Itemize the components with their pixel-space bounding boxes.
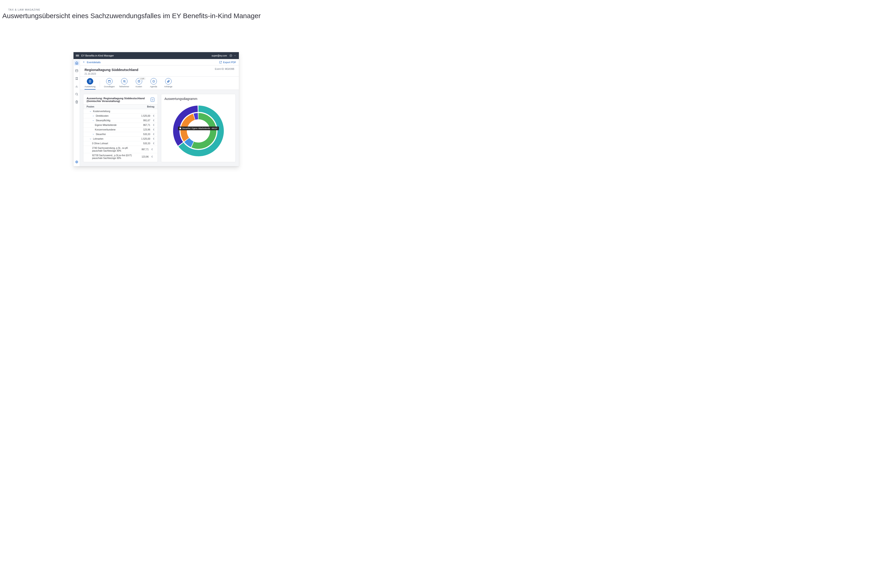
settings-icon[interactable]	[229, 54, 232, 57]
app-topbar: EY Benefits-in-Kind Manager super@ey.com	[74, 52, 239, 59]
table-row[interactable]: Direktkosten 1.525,00€	[83, 114, 158, 118]
svg-point-28	[124, 81, 125, 81]
table-row: Eigene Mitarbeitende 867,71€	[83, 123, 158, 128]
table-row: 2740 Sachzuwendung, p.St., sv-pfl. pausc…	[83, 146, 158, 153]
user-email: super@ey.com	[212, 54, 227, 57]
tab-agenda[interactable]: Agenda	[148, 78, 159, 90]
event-date: 21.10.2023	[84, 73, 138, 75]
tab-label: Kosten	[136, 86, 142, 88]
export-pdf-label: Export PDF	[223, 61, 236, 64]
table-row[interactable]: Steuerpflichtig 991,67€	[83, 118, 158, 123]
donut-inner-ring	[172, 105, 225, 158]
expand-all-button[interactable]	[151, 98, 154, 102]
svg-line-16	[77, 95, 78, 96]
tab-anhaenge[interactable]: Anhänge	[163, 78, 174, 90]
article-title: Auswertungsübersicht eines Sachzuwendung…	[2, 12, 261, 20]
svg-point-6	[76, 79, 76, 80]
table-header: Posten Betrag	[83, 104, 158, 109]
tab-label: Auswertung	[84, 86, 96, 88]
tab-teilnehmer[interactable]: Teilnehmer	[119, 78, 129, 90]
col-betrag: Betrag	[138, 105, 154, 108]
svg-point-4	[76, 77, 76, 78]
export-pdf-button[interactable]: Export PDF	[219, 61, 236, 64]
col-posten: Posten	[87, 105, 138, 108]
evaluation-chart-panel: Auswertungsdiagramm Steuerfrei: Eigene M…	[161, 94, 236, 162]
table-row: 92730 Sachzuwend., p.St,sv-frei (EXT) pa…	[83, 153, 158, 160]
nav-sidebar	[74, 59, 80, 166]
chart-title: Auswertungsdiagramm	[165, 97, 232, 100]
app-screenshot: EY Benefits-in-Kind Manager super@ey.com	[74, 52, 239, 166]
svg-text:$: $	[138, 80, 140, 82]
tab-label: Teilnehmer	[119, 86, 129, 88]
user-menu-chevron-icon[interactable]	[233, 54, 237, 57]
article-kicker: TAX & LAW MAGAZINE	[8, 8, 40, 11]
tab-label: Anhänge	[164, 86, 172, 88]
event-header: Regionaltagung Süddeutschland 21.10.2023…	[80, 66, 239, 77]
nav-trash-icon[interactable]	[74, 99, 79, 105]
tab-kosten[interactable]: $ 1.525 Kosten	[134, 78, 144, 90]
nav-home-icon[interactable]	[74, 60, 79, 66]
table-title: Auswertung: Regionaltagung Süddeutschlan…	[87, 97, 151, 102]
breadcrumb-label[interactable]: Eventdetails	[87, 61, 100, 64]
evaluation-table-panel: Auswertung: Regionaltagung Süddeutschlan…	[83, 94, 158, 162]
nav-search-icon[interactable]	[74, 92, 79, 97]
donut-chart: Steuerfrei: Eigene Mitarbeitende: 466,67	[172, 105, 225, 158]
tooltip-value: 466,67	[212, 127, 218, 129]
nav-language-icon[interactable]	[74, 159, 79, 165]
svg-point-7	[77, 79, 77, 80]
table-row[interactable]: Lohnarten 1.525,00€	[83, 136, 158, 141]
table-row[interactable]: Steuerfrei 533,33€	[83, 132, 158, 136]
svg-rect-1	[75, 70, 78, 72]
menu-icon[interactable]	[76, 55, 79, 57]
nav-analytics-icon[interactable]	[74, 84, 79, 89]
tab-grundlagen[interactable]: Grundlagen	[104, 78, 115, 90]
back-icon[interactable]	[83, 61, 85, 64]
svg-point-27	[123, 80, 124, 81]
tab-label: Agenda	[150, 86, 157, 88]
table-row: 0 Ohne Lohnart 533,33€	[83, 141, 158, 146]
svg-point-5	[77, 77, 77, 78]
svg-point-0	[231, 56, 231, 56]
page-subbar: Eventdetails Export PDF	[80, 59, 239, 66]
nav-events-icon[interactable]	[74, 68, 79, 73]
tab-label: Grundlagen	[104, 86, 115, 88]
table-body: Kostenverteilung Direktkosten 1.525,00€ …	[83, 109, 158, 160]
event-tabs: Auswertung Grundlagen Teilnehmer $ 1.525…	[80, 77, 239, 90]
event-id: Event ID: MGK99B	[215, 68, 234, 70]
table-row: Konzernverbundene 123,96€	[83, 128, 158, 132]
tooltip-label: Steuerfrei: Eigene Mitarbeitende:	[182, 127, 211, 129]
tab-auswertung[interactable]: Auswertung	[84, 78, 96, 90]
tooltip-swatch-icon	[179, 128, 181, 129]
table-row[interactable]: Kostenverteilung	[83, 109, 158, 114]
app-name: EY Benefits-in-Kind Manager	[81, 54, 114, 57]
event-title: Regionaltagung Süddeutschland	[84, 68, 138, 72]
chart-tooltip: Steuerfrei: Eigene Mitarbeitende: 466,67	[178, 126, 219, 130]
svg-point-15	[76, 93, 77, 95]
tab-kosten-badge: 1.525	[139, 77, 146, 80]
nav-org-icon[interactable]	[74, 76, 79, 81]
svg-rect-23	[108, 80, 110, 82]
